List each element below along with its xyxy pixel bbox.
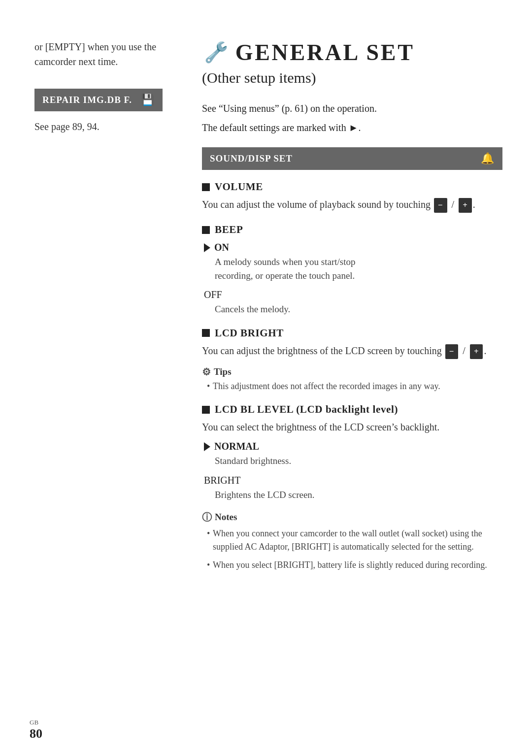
tips-box: ⚙ Tips This adjustment does not affect t… [202, 366, 502, 393]
volume-minus-btn[interactable]: − [434, 198, 447, 213]
beep-off-label: OFF [204, 289, 502, 300]
left-column: or [EMPTY] when you use the camcorder ne… [0, 30, 187, 726]
lcd-bl-options: NORMAL Standard brightness. BRIGHT Brigh… [204, 441, 502, 501]
lcd-bl-bullet [202, 406, 210, 414]
notes-item-1: When you connect your camcorder to the w… [207, 527, 502, 554]
tips-label-row: ⚙ Tips [202, 366, 502, 378]
beep-on-label: ON [204, 242, 502, 253]
notes-item-2: When you select [BRIGHT], battery life i… [207, 559, 502, 572]
notes-label-row: ⓘ Notes [202, 511, 502, 524]
beep-label: BEEP [215, 224, 243, 236]
notes-label-text: Notes [215, 512, 237, 523]
lcd-bright-body-text: You can adjust the brightness of the LCD… [202, 345, 442, 356]
lcd-plus-btn[interactable]: + [470, 344, 483, 359]
beep-on-desc1: A melody sounds when you start/stop [215, 257, 356, 267]
repair-bar: REPAIR IMG.DB F. 💾 [34, 89, 163, 111]
lcd-bl-label: LCD BL LEVEL (LCD backlight level) [215, 403, 398, 416]
lcd-bl-heading: LCD BL LEVEL (LCD backlight level) [202, 403, 502, 416]
beep-off-desc: Cancels the melody. [204, 302, 502, 316]
lcd-slash: / [463, 345, 466, 356]
tips-list: This adjustment does not affect the reco… [202, 380, 502, 393]
page-subtitle: (Other setup items) [202, 69, 502, 86]
intro-line-1: See “Using menus” (p. 61) on the operati… [202, 101, 502, 116]
wrench-icon: 🔧 [202, 41, 229, 64]
repair-bar-label: REPAIR IMG.DB F. [42, 95, 132, 105]
notes-box: ⓘ Notes When you connect your camcorder … [202, 511, 502, 572]
bright-option: BRIGHT Brightens the LCD screen. [204, 475, 502, 502]
volume-slash: / [452, 199, 455, 210]
bright-desc: Brightens the LCD screen. [204, 488, 502, 502]
sound-bar-label: SOUND/DISP SET [210, 153, 293, 164]
lcd-bl-body: You can select the brightness of the LCD… [202, 420, 502, 435]
page: or [EMPTY] when you use the camcorder ne… [0, 0, 532, 756]
beep-options: ON A melody sounds when you start/stop r… [204, 242, 502, 316]
beep-on-desc2: recording, or operate the touch panel. [215, 270, 355, 281]
page-number-area: GB 80 [30, 719, 42, 741]
beep-off-text: OFF [204, 289, 222, 300]
lcd-bright-bullet [202, 329, 210, 337]
page-title-text: GENERAL SET [235, 39, 415, 66]
beep-on-desc: A melody sounds when you start/stop reco… [204, 255, 502, 282]
sound-disp-bar: SOUND/DISP SET 🔔 [202, 147, 502, 170]
notes-icon: ⓘ [202, 511, 212, 524]
intro-line-2: The default settings are marked with ►. [202, 120, 502, 135]
lcd-bright-label: LCD BRIGHT [215, 327, 284, 339]
bright-label-row: BRIGHT [204, 475, 502, 486]
sound-icon: 🔔 [481, 152, 495, 165]
right-column: 🔧 GENERAL SET (Other setup items) See “U… [187, 30, 532, 726]
beep-on-text: ON [214, 242, 229, 253]
bright-label-text: BRIGHT [204, 475, 240, 486]
tips-item-1: This adjustment does not affect the reco… [207, 380, 502, 393]
default-triangle-on [204, 243, 210, 252]
beep-bullet [202, 226, 210, 234]
beep-heading: BEEP [202, 224, 502, 236]
notes-list: When you connect your camcorder to the w… [202, 527, 502, 572]
database-icon: 💾 [141, 94, 155, 106]
normal-option: NORMAL Standard brightness. [204, 441, 502, 468]
volume-body: You can adjust the volume of playback so… [202, 197, 502, 213]
beep-off-option: OFF Cancels the melody. [204, 289, 502, 316]
lcd-bright-heading: LCD BRIGHT [202, 327, 502, 339]
beep-on-option: ON A melody sounds when you start/stop r… [204, 242, 502, 282]
volume-plus-btn[interactable]: + [459, 198, 472, 213]
volume-bullet [202, 183, 210, 191]
normal-label-row: NORMAL [204, 441, 502, 452]
lcd-minus-btn[interactable]: − [445, 344, 459, 359]
left-intro-text: or [EMPTY] when you use the camcorder ne… [34, 39, 163, 69]
volume-body-text: You can adjust the volume of playback so… [202, 199, 431, 210]
default-triangle-normal [204, 442, 210, 451]
normal-label-text: NORMAL [214, 441, 259, 452]
volume-label: VOLUME [215, 181, 263, 193]
lcd-bright-body: You can adjust the brightness of the LCD… [202, 343, 502, 359]
page-number: 80 [30, 726, 42, 741]
gb-label: GB [30, 719, 38, 726]
volume-heading: VOLUME [202, 181, 502, 193]
see-page-text: See page 89, 94. [34, 121, 163, 132]
page-title: 🔧 GENERAL SET [202, 39, 502, 66]
normal-desc: Standard brightness. [204, 454, 502, 468]
tips-label-text: Tips [214, 366, 232, 377]
tips-icon: ⚙ [202, 366, 211, 378]
